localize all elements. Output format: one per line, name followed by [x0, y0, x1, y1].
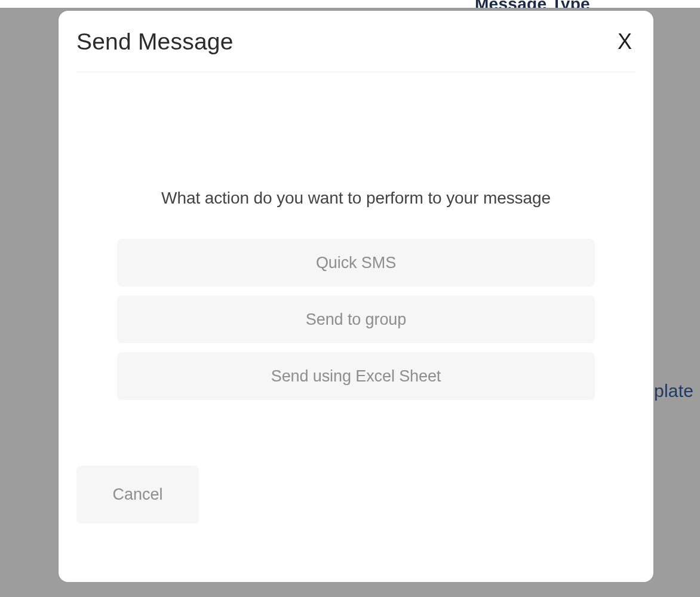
send-message-modal: Send Message X What action do you want t…	[59, 11, 653, 582]
modal-options: Quick SMS Send to group Send using Excel…	[117, 239, 595, 400]
modal-prompt: What action do you want to perform to yo…	[76, 189, 635, 208]
cancel-button[interactable]: Cancel	[76, 466, 199, 524]
close-icon[interactable]: X	[618, 31, 635, 53]
modal-footer: Cancel	[76, 466, 199, 524]
send-to-group-button[interactable]: Send to group	[117, 296, 595, 343]
modal-title: Send Message	[76, 29, 234, 55]
modal-body: What action do you want to perform to yo…	[76, 72, 635, 400]
background-right-label-fragment: plate	[654, 381, 693, 401]
send-using-excel-button[interactable]: Send using Excel Sheet	[117, 352, 595, 400]
modal-header: Send Message X	[76, 29, 635, 72]
quick-sms-button[interactable]: Quick SMS	[117, 239, 595, 287]
